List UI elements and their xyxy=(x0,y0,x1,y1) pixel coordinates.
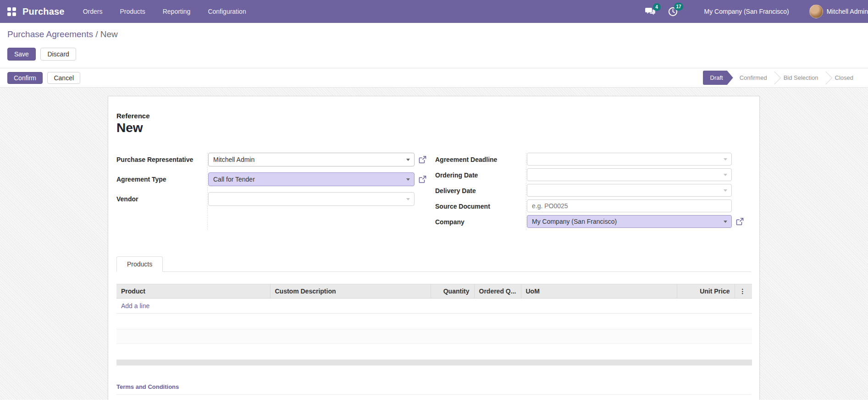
source-document-input[interactable] xyxy=(527,199,732,212)
odoo-purchase-app: Purchase Orders Products Reporting Confi… xyxy=(0,0,868,400)
tab-products[interactable]: Products xyxy=(116,256,163,272)
field-row-vendor: Vendor xyxy=(116,192,433,206)
empty-row xyxy=(116,329,752,344)
agreement-type-widget: Call for Tender xyxy=(208,172,415,186)
horizontal-scrollbar-track[interactable] xyxy=(116,360,752,365)
top-navbar: Purchase Orders Products Reporting Confi… xyxy=(0,0,868,23)
user-avatar[interactable] xyxy=(809,5,823,18)
products-table: Product Custom Description Quantity Orde… xyxy=(116,284,752,358)
add-a-line-link[interactable]: Add a line xyxy=(116,299,752,314)
stage-bid-selection[interactable]: Bid Selection xyxy=(777,74,825,81)
company-switcher[interactable]: My Company (San Francisco) xyxy=(704,8,789,15)
title-block: Reference New xyxy=(116,112,751,135)
field-grid: Purchase Representative xyxy=(116,153,751,231)
control-panel: Purchase Agreements / New Save Discard xyxy=(0,23,868,68)
col-unit-price[interactable]: Unit Price xyxy=(677,284,735,299)
form-view: Reference New Purchase Representative xyxy=(0,88,868,400)
save-button[interactable]: Save xyxy=(7,48,36,61)
navbar-left: Purchase Orders Products Reporting Confi… xyxy=(7,6,246,17)
col-uom[interactable]: UoM xyxy=(521,284,677,299)
purchase-representative-widget xyxy=(208,153,415,166)
terms-section: Terms and Conditions xyxy=(116,382,751,395)
company-value: My Company (San Francisco) xyxy=(532,218,617,225)
breadcrumb: Purchase Agreements / New xyxy=(7,29,861,39)
stage-pipeline: Draft Confirmed Bid Selection Closed xyxy=(703,71,860,85)
menu-reporting[interactable]: Reporting xyxy=(163,8,191,15)
notebook-tabs: Products xyxy=(116,256,751,272)
table-header-row: Product Custom Description Quantity Orde… xyxy=(116,284,752,299)
source-document-label: Source Document xyxy=(435,199,527,211)
chevron-separator-icon xyxy=(768,71,780,84)
source-document-widget xyxy=(527,199,732,212)
external-link-icon[interactable] xyxy=(419,176,426,183)
apps-grid-icon[interactable] xyxy=(7,7,16,16)
app-brand[interactable]: Purchase xyxy=(22,6,65,17)
field-row-agreement-type: Agreement Type Call for Tender xyxy=(116,172,433,186)
company-label: Company xyxy=(435,215,527,227)
field-row-agreement-deadline: Agreement Deadline xyxy=(435,153,742,166)
field-row-purchase-representative: Purchase Representative xyxy=(116,153,433,166)
external-link-icon[interactable] xyxy=(736,218,744,226)
activities-button[interactable]: 17 xyxy=(668,7,678,17)
breadcrumb-parent-link[interactable]: Purchase Agreements xyxy=(7,29,93,39)
company-select[interactable]: My Company (San Francisco) xyxy=(527,215,732,228)
agreement-type-select[interactable]: Call for Tender xyxy=(208,172,415,186)
breadcrumb-separator: / xyxy=(95,29,98,39)
field-group-left: Purchase Representative xyxy=(116,153,433,231)
main-menu: Orders Products Reporting Configuration xyxy=(83,8,246,15)
optional-columns-toggle-icon[interactable]: ⋮ xyxy=(735,284,752,299)
delivery-date-label: Delivery Date xyxy=(435,184,527,195)
ordering-date-widget xyxy=(527,168,732,181)
company-widget: My Company (San Francisco) xyxy=(527,215,732,228)
vendor-select[interactable] xyxy=(208,192,415,206)
activities-badge: 17 xyxy=(674,3,683,11)
stage-draft[interactable]: Draft xyxy=(703,71,733,85)
stage-closed[interactable]: Closed xyxy=(829,74,860,81)
form-sheet: Reference New Purchase Representative xyxy=(108,96,760,400)
menu-products[interactable]: Products xyxy=(120,8,145,15)
reference-label: Reference xyxy=(116,112,751,120)
ordering-date-datepicker[interactable] xyxy=(527,168,732,181)
user-menu[interactable]: Mitchell Admin xyxy=(827,8,868,15)
field-group-right: Agreement Deadline Ordering Date xyxy=(435,153,742,231)
statusbar-actions: Confirm Cancel xyxy=(7,72,83,84)
ordering-date-label: Ordering Date xyxy=(435,168,527,180)
cancel-button[interactable]: Cancel xyxy=(47,72,80,84)
field-row-ordering-date: Ordering Date xyxy=(435,168,742,181)
menu-orders[interactable]: Orders xyxy=(83,8,103,15)
col-quantity[interactable]: Quantity xyxy=(431,284,474,299)
breadcrumb-current: New xyxy=(100,29,118,39)
delivery-date-datepicker[interactable] xyxy=(527,184,732,197)
field-row-company: Company My Company (San Francisco) xyxy=(435,215,742,228)
purchase-representative-input[interactable] xyxy=(208,153,415,166)
chevron-separator-icon xyxy=(819,71,832,84)
col-product[interactable]: Product xyxy=(116,284,270,299)
agreement-deadline-label: Agreement Deadline xyxy=(435,153,527,164)
terms-separator xyxy=(116,394,751,395)
discard-button[interactable]: Discard xyxy=(40,48,76,61)
delivery-date-widget xyxy=(527,184,732,197)
field-row-source-document: Source Document xyxy=(435,199,742,212)
reference-value: New xyxy=(116,121,751,135)
terms-and-conditions-label: Terms and Conditions xyxy=(116,383,179,390)
external-link-icon[interactable] xyxy=(419,156,426,164)
navbar-right: 4 17 My Company (San Francisco) Mitchell… xyxy=(645,0,868,23)
empty-row xyxy=(116,344,752,358)
confirm-button[interactable]: Confirm xyxy=(7,72,43,84)
col-custom-description[interactable]: Custom Description xyxy=(270,284,431,299)
agreement-type-value: Call for Tender xyxy=(213,176,255,183)
agreement-deadline-datepicker[interactable] xyxy=(527,153,732,166)
col-ordered-qty[interactable]: Ordered Q... xyxy=(474,284,521,299)
messages-badge: 4 xyxy=(653,3,661,11)
vendor-label: Vendor xyxy=(116,192,208,204)
messages-button[interactable]: 4 xyxy=(645,7,655,16)
empty-row xyxy=(116,314,752,329)
field-row-delivery-date: Delivery Date xyxy=(435,184,742,197)
menu-configuration[interactable]: Configuration xyxy=(208,8,246,15)
agreement-deadline-widget xyxy=(527,153,732,166)
add-line-row: Add a line xyxy=(116,299,752,314)
agreement-type-label: Agreement Type xyxy=(116,172,208,184)
vendor-widget xyxy=(208,192,415,206)
statusbar: Confirm Cancel Draft Confirmed Bid Selec… xyxy=(0,68,868,88)
purchase-representative-label: Purchase Representative xyxy=(116,153,208,164)
